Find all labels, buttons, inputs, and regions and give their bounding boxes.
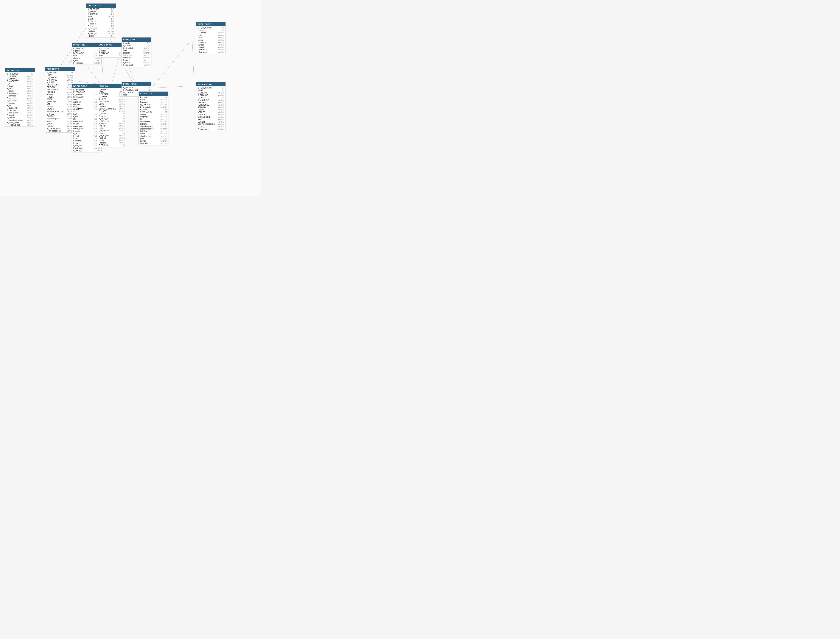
field-name: F_desc_en — [88, 25, 97, 27]
table-row: poboxvarchar — [139, 137, 168, 140]
field-name: NAME — [140, 99, 146, 101]
table-row: F_promotagvarchar — [72, 62, 101, 64]
field-name: K_document — [99, 48, 109, 49]
table-row: F_desc_frINT — [86, 20, 116, 22]
field-name: F_langue — [7, 90, 14, 92]
field-name: f_contact — [99, 142, 106, 144]
table-row: MEMOvarchar — [196, 118, 225, 121]
table-header-contacts: CONTACTS — [139, 92, 168, 96]
field-name: PRICE — [73, 106, 79, 108]
table-row: F_themevarchar — [97, 122, 127, 125]
field-type: varchar — [27, 107, 33, 109]
field-name: F_version — [7, 102, 15, 104]
field-name: F_desc_fr — [88, 20, 96, 22]
field-type: varchar — [27, 95, 33, 97]
table-row: F_quota_maxvarchar — [5, 107, 35, 109]
field-name: F_desc_nl — [88, 23, 96, 25]
table-row: D_CHANGEvarchar — [196, 32, 225, 34]
table-header-publ_cont: PUBL_CONT — [196, 22, 225, 26]
field-name: rate — [73, 118, 77, 120]
field-name: MEMO — [198, 118, 203, 121]
table-row: K_USERint — [196, 97, 225, 99]
field-name: k_contact — [88, 11, 96, 13]
field-type: varchar — [161, 118, 167, 120]
field-type: varchar — [161, 126, 167, 127]
table-row: k_contactint — [196, 29, 225, 32]
field-name: D_CREATE — [99, 93, 108, 95]
table-row: D_USEDvarchar — [196, 126, 225, 128]
table-row: PRICE2varchar — [45, 98, 75, 100]
field-name: CHANGEGBY — [140, 111, 152, 113]
table-body-publ_cont: K_PUBLICATIONintk_contactintD_CHANGEvarc… — [196, 26, 225, 54]
table-row: F_surtiragevarchar — [5, 95, 35, 97]
field-type: varchar — [161, 138, 167, 140]
field-type: varchar — [119, 103, 125, 105]
field-name: formdata — [198, 46, 205, 48]
field-name: f_first_seat — [73, 145, 83, 147]
table-row: FAMILYvarchar — [45, 93, 75, 96]
field-type: int — [222, 87, 224, 89]
field-name: REFERENCE — [47, 89, 59, 91]
field-type: varchar — [143, 59, 150, 61]
field-name: CHANGEGBY — [47, 84, 59, 86]
field-type: varchar — [27, 78, 33, 80]
table-row: f_contactvarchar — [97, 141, 127, 144]
table-row: ncountvarchar — [196, 39, 225, 41]
field-name: emailfield — [123, 57, 131, 59]
table-row: MEMOvarchar — [45, 105, 75, 108]
table-row: F_name_frint — [97, 115, 127, 118]
field-type: varchar — [161, 103, 167, 106]
field-name: D_CHANGE — [99, 96, 109, 98]
field-type: int — [123, 113, 125, 115]
svg-line-4 — [102, 58, 104, 87]
field-type: varchar — [119, 110, 125, 112]
field-type: varchar — [27, 97, 33, 99]
field-name: conac_total — [73, 120, 83, 122]
table-row: k_contactint — [139, 96, 168, 99]
field-type: INT — [111, 18, 114, 20]
table-row: D_CREATEvarchar — [5, 75, 35, 78]
field-name: D_CHANGE — [198, 94, 208, 96]
field-name: f_id_section — [99, 130, 108, 132]
field-type: varchar — [218, 37, 224, 39]
table-row: subscribedvarchar — [122, 54, 151, 57]
table-row: F_prixbascateg2varchar — [45, 130, 75, 132]
field-name: hasread — [198, 44, 204, 46]
table-row: MEMOFORMATTEDvarchar — [97, 108, 127, 110]
field-type: int — [222, 97, 224, 99]
table-row: K_PRODUCTint — [45, 72, 75, 74]
table-row: OWNERvarchar — [45, 108, 75, 110]
table-row: titlevarchar — [139, 118, 168, 120]
field-type: varchar — [108, 28, 114, 30]
field-type: int — [123, 144, 125, 146]
field-type: varchar — [94, 147, 100, 149]
table-row: D_CREATEvarchar — [139, 103, 168, 106]
table-row: NSENTvarchar — [196, 108, 225, 111]
field-type: varchar — [161, 130, 167, 132]
table-row: f_sectionint — [97, 132, 127, 134]
field-name: NAME — [198, 89, 203, 91]
table-row: NAMEint — [196, 89, 225, 92]
table-row: K_USERint — [139, 108, 168, 111]
table-row: F_publicint — [97, 113, 127, 115]
field-name: f_cible — [99, 127, 104, 129]
table-row: f_remarquevarchar — [196, 49, 225, 51]
field-name: F_vo — [7, 105, 11, 106]
field-name: K_PRODUCT — [73, 48, 85, 49]
table-row: F_pers_catvarchar — [86, 27, 116, 30]
table-row: K_PUBLICATIONint — [196, 87, 225, 89]
field-type: varchar — [218, 94, 224, 96]
field-type: varchar — [161, 140, 167, 142]
field-name: main — [198, 34, 202, 36]
field-type: INT — [111, 11, 114, 13]
field-name: CURRCY — [47, 115, 55, 118]
field-name: main — [123, 49, 127, 51]
table-row: f_typevarchar — [122, 59, 151, 61]
field-type: varchar — [27, 117, 33, 119]
field-type: INT — [111, 13, 114, 15]
table-row: MEMOFORMATTEDvarchar — [196, 123, 225, 126]
field-name: K_USER — [99, 98, 106, 100]
field-type: varchar — [119, 122, 125, 124]
field-type: int — [148, 45, 150, 47]
table-row: OPENEDvarchar — [45, 86, 75, 89]
